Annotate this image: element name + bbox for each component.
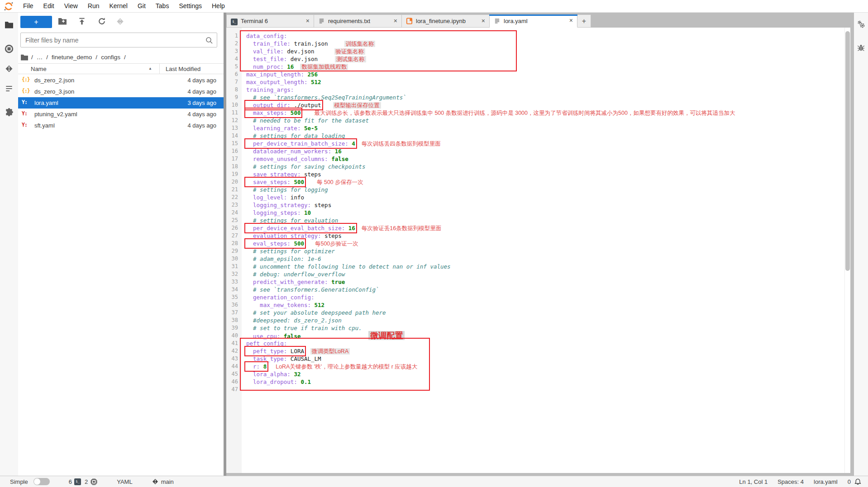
code-line-3[interactable]: val_file: dev.json验证集名称 [246,47,844,55]
code-line-9[interactable]: # see `transformers.Seq2SeqTrainingArgum… [246,94,844,101]
git-clone-icon-disabled[interactable] [116,17,125,26]
code-line-29[interactable]: # settings for optimizer [246,247,844,255]
code-line-6[interactable]: max_input_length: 256 [246,71,844,78]
indent-setting[interactable]: Spaces: 4 [777,478,804,485]
code-line-43[interactable]: task_type: CAUSAL_LM [246,355,844,363]
table-of-contents-icon[interactable] [5,84,14,93]
code-line-7[interactable]: max_output_length: 512 [246,78,844,86]
kernel-count[interactable]: 2 [85,478,98,486]
menu-item-tabs[interactable]: Tabs [151,0,174,12]
file-row-sft.yaml[interactable]: Y:sft.yaml4 days ago [18,120,224,131]
code-line-15[interactable]: per_device_train_batch_size: 4每次训练丢四条数据到… [246,140,844,147]
code-line-27[interactable]: evaluation_strategy: steps [246,232,844,240]
language-mode[interactable]: YAML [117,478,132,485]
notifications[interactable]: 0 [848,478,862,486]
editor-scrollbar[interactable] [844,28,850,473]
code-line-31[interactable]: # uncomment the following line to detect… [246,263,844,270]
code-line-30[interactable]: # adam_epsilon: 1e-6 [246,255,844,263]
file-row-ds_zero_2.json[interactable]: {:}ds_zero_2.json4 days ago [18,75,224,86]
code-line-25[interactable]: # settings for evaluation [246,217,844,224]
git-branch[interactable]: main [152,478,174,485]
menu-item-settings[interactable]: Settings [174,0,207,12]
breadcrumb-segment[interactable]: finetune_demo [52,54,92,61]
close-icon[interactable]: × [569,17,573,24]
close-icon[interactable]: × [306,17,310,24]
new-folder-icon[interactable] [58,17,67,26]
column-last-modified[interactable]: Last Modified [166,66,200,72]
simple-mode-toggle[interactable] [33,478,50,485]
code-line-21[interactable]: # settings for logging [246,186,844,194]
code-line-11[interactable]: max_steps: 500最大训练步长，该参数表示最大只选择训练集中 500 … [246,109,844,117]
code-line-37[interactable]: # set your absolute deepspeed path here [246,309,844,317]
menu-item-run[interactable]: Run [83,0,105,12]
code-area[interactable]: data_config: train_file: train.json训练集名称… [242,28,844,473]
code-line-19[interactable]: save_strategy: steps [246,170,844,178]
code-line-10[interactable]: output_dir: ./output模型输出保存位置 [246,101,844,109]
code-line-2[interactable]: train_file: train.json训练集名称 [246,40,844,47]
code-line-8[interactable]: training_args: [246,86,844,94]
menu-item-kernel[interactable]: Kernel [104,0,132,12]
file-row-lora.yaml[interactable]: Y:lora.yaml3 days ago [18,97,224,109]
close-icon[interactable]: × [394,17,397,24]
code-line-34[interactable]: # see `transformers.GenerationConfig` [246,286,844,293]
code-line-1[interactable]: data_config: [246,32,844,40]
refresh-icon[interactable] [98,17,107,26]
code-line-36[interactable]: max_new_tokens: 512 [246,301,844,309]
menu-item-git[interactable]: Git [133,0,151,12]
code-line-14[interactable]: # settings for data loading [246,132,844,140]
code-line-44[interactable]: r: 8LoRA关键参数 '秩'，理论上参数量越大的模型 r 应该越大 [246,363,844,370]
debugger-bug-icon[interactable] [857,43,865,52]
menu-item-help[interactable]: Help [207,0,230,12]
column-name[interactable]: Name [31,66,47,72]
tab-Terminal 6[interactable]: $_Terminal 6× [226,14,314,28]
git-icon[interactable] [5,64,14,73]
new-launcher-button[interactable]: + [20,16,52,28]
tab-lora_finetune.ipynb[interactable]: lora_finetune.ipynb× [402,14,490,28]
file-list-header[interactable]: Name ▲ Last Modified [18,63,224,74]
code-line-24[interactable]: logging_steps: 10 [246,209,844,217]
code-line-4[interactable]: test_file: dev.json测试集名称 [246,55,844,63]
file-row-ds_zero_3.json[interactable]: {:}ds_zero_3.json4 days ago [18,86,224,97]
code-line-23[interactable]: logging_strategy: steps [246,201,844,209]
code-line-40[interactable]: use_cpu: false微调配置 [246,332,844,340]
new-tab-button[interactable]: + [577,14,591,28]
running-sessions-icon[interactable] [5,44,14,53]
code-line-13[interactable]: learning_rate: 5e-5 [246,124,844,132]
code-line-42[interactable]: peft_type: LORA微调类型LoRA [246,347,844,355]
code-line-41[interactable]: peft_config: [246,340,844,347]
code-line-16[interactable]: dataloader_num_workers: 16 [246,147,844,155]
editor-panel[interactable]: 1234567891011121314151617181920212223242… [226,28,850,473]
code-line-38[interactable]: #deepspeed: ds_zero_2.json [246,317,844,324]
code-line-20[interactable]: save_steps: 500每 500 步保存一次 [246,178,844,186]
tab-lora.yaml[interactable]: lora.yaml× [490,14,577,28]
code-line-18[interactable]: # settings for saving checkpoints [246,163,844,170]
terminal-count[interactable]: 6 $_ [69,478,81,485]
code-line-26[interactable]: per_device_eval_batch_size: 16每次验证丢16条数据… [246,224,844,232]
code-line-35[interactable]: generation_config: [246,293,844,301]
code-line-47[interactable] [246,386,844,393]
code-line-17[interactable]: remove_unused_columns: false [246,155,844,163]
code-line-45[interactable]: lora_alpha: 32 [246,370,844,378]
breadcrumb-segment[interactable]: configs [101,54,120,61]
menu-item-view[interactable]: View [59,0,83,12]
tab-requirements.txt[interactable]: requirements.txt× [314,14,402,28]
file-row-ptuning_v2.yaml[interactable]: Y:ptuning_v2.yaml4 days ago [18,109,224,120]
cursor-position[interactable]: Ln 1, Col 1 [739,478,768,485]
code-line-28[interactable]: eval_steps: 500每500步验证一次 [246,240,844,247]
code-line-5[interactable]: num_proc: 16数据集加载线程数 [246,63,844,71]
scrollbar-thumb[interactable] [845,31,850,271]
extensions-puzzle-icon[interactable] [5,108,14,117]
code-line-39[interactable]: # set to true if train with cpu. [246,324,844,332]
menu-item-edit[interactable]: Edit [38,0,59,12]
home-folder-icon[interactable] [20,54,29,61]
menu-item-file[interactable]: File [18,0,38,12]
filter-files-input[interactable] [25,33,202,47]
code-line-12[interactable]: # needed to be fit for the dataset [246,117,844,124]
code-line-46[interactable]: lora_dropout: 0.1 [246,378,844,386]
breadcrumb-segment[interactable]: … [37,54,43,61]
property-inspector-gears-icon[interactable] [857,20,865,28]
close-icon[interactable]: × [482,17,485,24]
code-line-33[interactable]: predict_with_generate: true [246,278,844,286]
file-browser-icon[interactable] [5,21,14,30]
code-line-22[interactable]: log_level: info [246,194,844,201]
